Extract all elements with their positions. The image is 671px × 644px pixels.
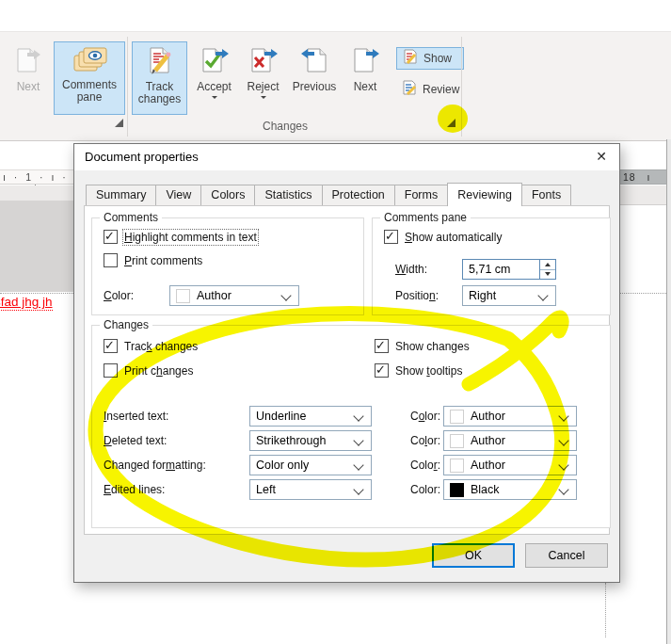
chevron-down-icon [537, 290, 548, 300]
close-icon[interactable]: ✕ [589, 147, 614, 166]
checkbox-label[interactable]: Highlight comments in text [124, 231, 257, 244]
ruler-number: 18 [623, 171, 636, 183]
next-icon [351, 46, 380, 78]
tracked-change-inserted-text[interactable]: sfad jhg jh [0, 295, 53, 311]
checkbox-print-changes[interactable] [104, 363, 118, 378]
color-swatch [450, 459, 464, 473]
reject-button[interactable]: Reject [241, 42, 285, 123]
chevron-down-icon [353, 435, 363, 445]
checkbox-show-automatically[interactable] [384, 230, 398, 244]
checkbox-track-changes[interactable] [104, 339, 118, 353]
chevron-down-icon [280, 290, 291, 300]
next-comment-button: Next [6, 42, 51, 116]
comments-pane-button[interactable]: Comments pane [54, 41, 125, 115]
tab-reviewing[interactable]: Reviewing [447, 183, 522, 206]
color-label: Color: [410, 434, 440, 447]
inserted-text-combobox[interactable]: Underline [249, 406, 372, 427]
chevron-down-icon [558, 484, 568, 494]
tab-view[interactable]: View [156, 185, 201, 206]
changes-dialog-launcher-icon[interactable] [447, 119, 455, 127]
review-button[interactable]: Review [396, 79, 468, 100]
tab-fonts[interactable]: Fonts [522, 185, 571, 206]
color-label: Color: [410, 459, 440, 472]
highlight-comments-row: Highlight comments in text [104, 230, 257, 244]
chevron-down-icon [353, 411, 363, 421]
color-label: Color: [410, 483, 440, 496]
dialog-titlebar[interactable]: Document properties ✕ [74, 144, 619, 170]
color-label: Color: [104, 289, 134, 302]
checkbox-print-comments[interactable] [104, 253, 118, 267]
page-margin-strip [0, 185, 73, 201]
combobox-value: Author [471, 410, 505, 423]
color-swatch [450, 410, 464, 424]
button-label: Next [17, 81, 40, 93]
position-combobox[interactable]: Right [462, 285, 556, 306]
tab-protection[interactable]: Protection [323, 185, 395, 206]
tab-forms[interactable]: Forms [395, 185, 448, 206]
cancel-button[interactable]: Cancel [525, 543, 608, 568]
chevron-down-icon [353, 459, 363, 470]
width-spinner[interactable]: 5,71 cm [462, 259, 556, 280]
checkbox-show-changes[interactable] [375, 339, 389, 353]
track-changes-button[interactable]: Track changes [132, 41, 187, 115]
ok-button[interactable]: OK [432, 543, 515, 568]
checkbox-show-tooltips[interactable] [375, 363, 389, 378]
show-automatically-row: Show automatically [384, 230, 502, 244]
color-swatch [176, 289, 190, 303]
comments-pane-icon [72, 46, 107, 76]
comments-pane-groupbox: Comments pane Show automatically Width: … [372, 217, 611, 315]
track-changes-icon [146, 46, 174, 78]
combobox-value: Author [471, 459, 505, 472]
accept-button[interactable]: Accept [192, 42, 236, 123]
deleted-text-combobox[interactable]: Strikethrough [249, 430, 372, 451]
track-changes-row: Track changes [104, 339, 198, 353]
tab-colors[interactable]: Colors [201, 185, 255, 206]
formatting-color-combobox[interactable]: Author [443, 455, 577, 475]
ruler-tick: ı [647, 171, 650, 183]
deleted-color-combobox[interactable]: Author [443, 430, 577, 451]
spinner-buttons [539, 260, 555, 279]
accept-dropdown-arrow-icon[interactable] [212, 96, 217, 102]
edited-lines-combobox[interactable]: Left [249, 479, 372, 500]
inserted-color-combobox[interactable]: Author [443, 406, 577, 427]
reject-dropdown-arrow-icon[interactable] [261, 96, 266, 102]
print-comments-row: Print comments [104, 253, 202, 267]
checkbox-highlight-comments[interactable] [104, 230, 118, 244]
combobox-value: Right [469, 289, 496, 302]
color-swatch [450, 483, 464, 497]
tab-statistics[interactable]: Statistics [255, 185, 322, 206]
changed-formatting-label: Changed formatting: [104, 459, 206, 472]
comment-color-combobox[interactable]: Author [169, 285, 299, 306]
tab-summary[interactable]: Summary [86, 185, 156, 206]
previous-button[interactable]: Previous [288, 42, 341, 116]
groupbox-legend: Changes [100, 318, 152, 331]
checkbox-label[interactable]: Show tooltips [395, 364, 462, 378]
accept-icon [200, 46, 229, 78]
ribbon-separator [461, 37, 462, 137]
text-boundary-line [618, 293, 666, 294]
checkbox-label[interactable]: Track changes [124, 340, 198, 353]
app-window: Next Comments pane Track changes Accept [0, 0, 671, 644]
chevron-down-icon [353, 484, 363, 494]
inserted-text-label: Inserted text: [104, 410, 168, 423]
spin-down-icon[interactable] [540, 269, 555, 279]
edited-lines-color-combobox[interactable]: Black [443, 479, 577, 500]
checkbox-label[interactable]: Show automatically [405, 231, 502, 244]
groupbox-legend: Comments [100, 211, 162, 224]
combobox-value: Left [256, 483, 276, 496]
checkbox-label[interactable]: Show changes [395, 340, 470, 353]
button-label: Previous [293, 81, 337, 93]
next-button[interactable]: Next [343, 42, 388, 116]
checkbox-label[interactable]: Print changes [124, 364, 193, 378]
combobox-value: Author [197, 289, 232, 302]
spinner-value[interactable]: 5,71 cm [469, 263, 510, 276]
button-label: Accept [197, 81, 232, 93]
combobox-value: Author [471, 434, 505, 447]
horizontal-ruler-left: ı · 1 · ı · 2 · [0, 169, 73, 185]
horizontal-ruler-right: 18 ı [618, 169, 666, 185]
dialog-launcher-icon[interactable] [115, 119, 123, 127]
checkbox-label[interactable]: Print comments [124, 254, 202, 267]
show-button[interactable]: Show [396, 47, 464, 70]
color-swatch [450, 434, 464, 448]
changed-formatting-combobox[interactable]: Color only [249, 455, 372, 475]
